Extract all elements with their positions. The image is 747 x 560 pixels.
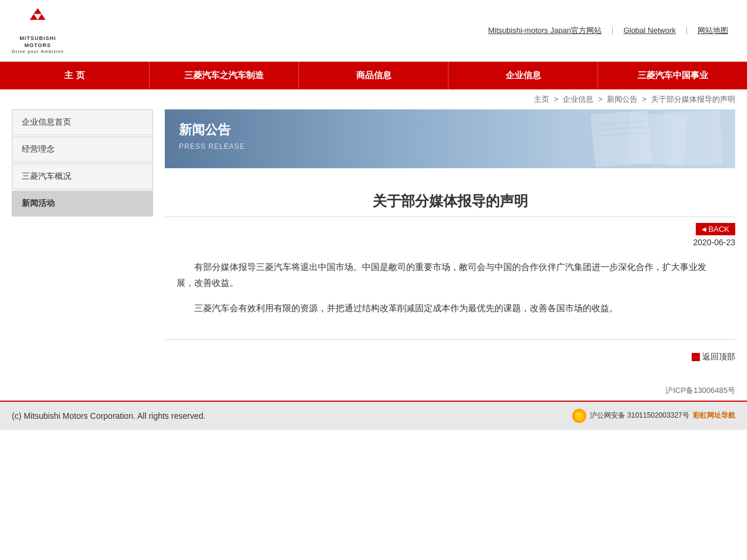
- main-content: 新闻公告 PRESS RELEASE 关于部分媒体报导的声明 ◀ BACK 20…: [165, 109, 735, 369]
- icp-number: 沪ICP备13006485号: [0, 381, 747, 401]
- article-date: 2020-06-23: [165, 238, 735, 247]
- logo: MITSUBISHI MOTORS Drive your Ambition: [12, 6, 64, 55]
- back-button[interactable]: ◀ BACK: [696, 223, 735, 235]
- breadcrumb-news[interactable]: 新闻公告: [607, 95, 638, 104]
- header-links: Mitsubishi-motors Japan官方网站 ｜ Global Net…: [481, 25, 735, 36]
- svg-marker-2: [38, 14, 45, 20]
- divider2: ｜: [683, 25, 690, 36]
- sep2: >: [598, 95, 605, 104]
- footer-badge-text: 沪公网安备 31011502003327号: [590, 411, 689, 421]
- back-label: BACK: [709, 225, 729, 234]
- header: MITSUBISHI MOTORS Drive your Ambition Mi…: [0, 0, 747, 62]
- navbar: 主 页 三菱汽车之汽车制造 商品信息 企业信息 三菱汽车中国事业: [0, 62, 747, 89]
- footer-badge-label: 彩虹网址导航: [693, 411, 735, 421]
- sidebar-item-news[interactable]: 新闻活动: [12, 191, 153, 216]
- footer: (c) Mitsubishi Motors Corporation. All r…: [0, 401, 747, 430]
- back-to-top-link[interactable]: 返回顶部: [692, 352, 735, 362]
- back-to-top-area: 返回顶部: [165, 339, 735, 369]
- back-icon: ◀: [702, 226, 706, 232]
- breadcrumb-home[interactable]: 主页: [534, 95, 549, 104]
- article-para-1: 有部分媒体报导三菱汽车将退出中国市场。中国是敝司的重要市场，敝司会与中国的合作伙…: [177, 259, 723, 291]
- sep3: >: [642, 95, 649, 104]
- breadcrumb: 主页 > 企业信息 > 新闻公告 > 关于部分媒体报导的声明: [0, 89, 747, 109]
- breadcrumb-corporate[interactable]: 企业信息: [563, 95, 593, 104]
- nav-products[interactable]: 商品信息: [299, 62, 449, 89]
- divider1: ｜: [609, 25, 616, 36]
- article-para-2: 三菱汽车会有效利用有限的资源，并把通过结构改革削减固定成本作为最优先的课题，改善…: [177, 300, 723, 316]
- article-body: 有部分媒体报导三菱汽车将退出中国市场。中国是敝司的重要市场，敝司会与中国的合作伙…: [165, 259, 735, 316]
- banner-decoration: [450, 109, 736, 168]
- sidebar-item-overview[interactable]: 三菱汽车概况: [12, 164, 153, 189]
- logo-icon: [23, 6, 52, 35]
- banner-text: 新闻公告 PRESS RELEASE: [165, 109, 259, 162]
- back-to-top-icon: [692, 353, 700, 361]
- nav-home[interactable]: 主 页: [0, 62, 150, 89]
- sidebar-item-corporate-home[interactable]: 企业信息首页: [12, 109, 153, 135]
- svg-marker-0: [34, 8, 42, 14]
- article-title: 关于部分媒体报导的声明: [165, 180, 735, 217]
- banner-subtitle: PRESS RELEASE: [179, 142, 245, 151]
- footer-badge: 🛡 沪公网安备 31011502003327号 彩虹网址导航: [572, 409, 735, 423]
- police-badge-icon: 🛡: [572, 409, 586, 423]
- sitemap-link[interactable]: 网站地图: [690, 25, 735, 36]
- sidebar: 企业信息首页 经营理念 三菱汽车概况 新闻活动: [12, 109, 153, 369]
- logo-brand: MITSUBISHI MOTORS Drive your Ambition: [12, 35, 64, 55]
- global-network-link[interactable]: Global Network: [616, 26, 683, 35]
- nav-china[interactable]: 三菱汽车中国事业: [598, 62, 747, 89]
- sidebar-item-management[interactable]: 经营理念: [12, 136, 153, 162]
- svg-rect-5: [663, 110, 722, 166]
- footer-copyright: (c) Mitsubishi Motors Corporation. All r…: [12, 411, 205, 421]
- nav-manufacturing[interactable]: 三菱汽车之汽车制造: [150, 62, 299, 89]
- banner-title: 新闻公告: [179, 121, 245, 139]
- content-wrapper: 企业信息首页 经营理念 三菱汽车概况 新闻活动 新闻公告 PRESS RELEA…: [0, 109, 747, 381]
- back-to-top-label: 返回顶部: [702, 352, 735, 362]
- breadcrumb-current: 关于部分媒体报导的声明: [651, 95, 735, 104]
- sep1: >: [554, 95, 560, 104]
- banner: 新闻公告 PRESS RELEASE: [165, 109, 735, 168]
- back-area: ◀ BACK: [165, 223, 735, 235]
- nav-corporate[interactable]: 企业信息: [449, 62, 598, 89]
- svg-marker-1: [30, 14, 38, 20]
- japan-link[interactable]: Mitsubishi-motors Japan官方网站: [481, 25, 609, 36]
